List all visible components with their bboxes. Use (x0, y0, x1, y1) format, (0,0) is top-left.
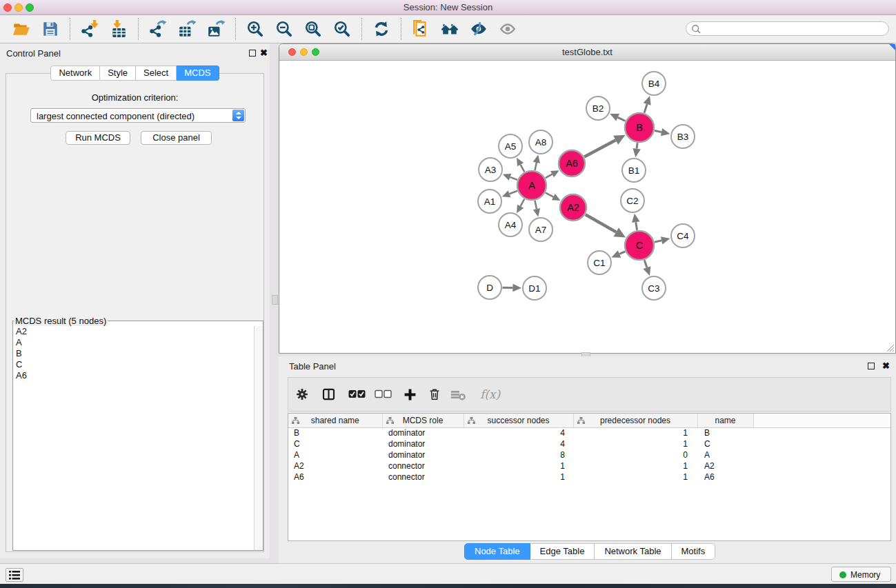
graph-edge[interactable] (644, 104, 647, 113)
table-cell[interactable]: A2 (288, 460, 382, 472)
select-all-columns-button[interactable] (348, 385, 366, 403)
float-table-panel-icon[interactable] (868, 363, 875, 369)
table-cell[interactable]: C (697, 438, 753, 449)
function-builder-button[interactable]: f(x) (480, 387, 500, 401)
table-cell[interactable]: 1 (573, 460, 697, 472)
table-cell[interactable]: 8 (464, 449, 573, 460)
graph-edge[interactable] (546, 174, 552, 178)
tab-node-table[interactable]: Node Table (464, 543, 530, 560)
delete-table-button[interactable] (450, 385, 466, 403)
graph-edge[interactable] (521, 199, 525, 206)
criterion-select[interactable]: largest connected component (directed) (30, 108, 246, 123)
graph-edge[interactable] (510, 177, 517, 180)
table-cell[interactable]: 1 (464, 460, 573, 472)
table-row[interactable]: A6connector11A6 (288, 472, 890, 483)
table-cell[interactable]: B (288, 427, 382, 438)
tab-motifs[interactable]: Motifs (672, 543, 716, 560)
graph-edge[interactable] (619, 252, 625, 254)
memory-button[interactable]: Memory (831, 567, 891, 582)
create-column-button[interactable] (404, 385, 417, 403)
table-settings-button[interactable] (295, 385, 309, 403)
deselect-all-columns-button[interactable] (375, 385, 392, 403)
resize-grip-icon[interactable] (886, 343, 895, 352)
result-scrollbar[interactable] (254, 326, 263, 550)
zoom-selected-button[interactable] (333, 20, 351, 38)
zoom-out-button[interactable] (275, 20, 293, 38)
table-cell[interactable]: A2 (697, 460, 753, 472)
table-cell[interactable]: dominator (382, 449, 464, 460)
graph-edge[interactable] (510, 191, 517, 194)
result-item[interactable]: B (13, 348, 254, 359)
network-canvas[interactable]: B4B2BB3A5A8A6A3B1AA1C2A2A4A7CC4C1C3DD1 (279, 61, 895, 353)
select-stepper-icon[interactable] (232, 110, 244, 121)
table-cell[interactable]: 1 (573, 427, 697, 438)
table-cell[interactable]: 1 (573, 438, 697, 449)
table-cell[interactable]: 4 (464, 438, 573, 449)
column-header-successor-nodes[interactable]: successor nodes (464, 414, 573, 427)
table-row[interactable]: A2connector11A2 (288, 460, 890, 472)
graph-edge[interactable] (636, 222, 637, 230)
table-cell[interactable]: connector (382, 472, 464, 483)
table-cell[interactable]: A (697, 449, 753, 460)
delete-column-button[interactable] (428, 385, 441, 403)
table-cell[interactable]: 1 (464, 472, 573, 483)
table-cell[interactable]: A6 (288, 472, 382, 483)
copy-network-button[interactable] (412, 20, 430, 38)
graph-edge[interactable] (584, 140, 616, 156)
split-view-button[interactable] (321, 385, 336, 403)
zoom-in-button[interactable] (246, 20, 264, 38)
table-cell[interactable]: dominator (382, 438, 464, 449)
column-header-shared-name[interactable]: shared name (288, 414, 382, 427)
column-header-predecessor-nodes[interactable]: predecessor nodes (573, 414, 697, 427)
show-all-networks-button[interactable] (441, 20, 459, 38)
save-session-button[interactable] (41, 20, 59, 38)
search-input[interactable] (704, 23, 884, 34)
export-table-button[interactable] (178, 20, 196, 38)
import-table-button[interactable] (110, 20, 128, 38)
graph-edge[interactable] (655, 131, 661, 132)
run-mcds-button[interactable]: Run MCDS (66, 131, 130, 145)
graph-edge[interactable] (535, 163, 537, 170)
graph-edge[interactable] (535, 201, 536, 209)
show-eye-button[interactable] (499, 20, 517, 38)
graph-edge[interactable] (521, 165, 525, 172)
graph-edge[interactable] (618, 117, 626, 121)
hide-unselected-button[interactable] (470, 20, 488, 38)
table-cell[interactable]: A6 (697, 472, 753, 483)
graph-edge[interactable] (644, 260, 647, 267)
tab-select[interactable]: Select (136, 65, 177, 81)
export-network-button[interactable] (149, 20, 167, 38)
close-panel-icon[interactable]: ✖ (260, 48, 268, 58)
graph-edge[interactable] (546, 193, 553, 197)
graph-edge[interactable] (637, 143, 637, 148)
table-cell[interactable]: 4 (464, 427, 573, 438)
result-item[interactable]: A (13, 337, 254, 348)
close-panel-button[interactable]: Close panel (141, 131, 212, 145)
zoom-fit-button[interactable] (304, 20, 322, 38)
table-row[interactable]: Bdominator41B (288, 427, 890, 438)
result-item[interactable]: A6 (13, 370, 254, 381)
export-image-button[interactable] (207, 20, 225, 38)
table-cell[interactable]: A (288, 449, 382, 460)
graph-edge[interactable] (586, 214, 616, 232)
tab-style[interactable]: Style (100, 65, 136, 81)
table-cell[interactable]: 0 (573, 449, 697, 460)
float-panel-icon[interactable] (249, 50, 256, 57)
refresh-layout-button[interactable] (372, 20, 390, 38)
result-item[interactable]: C (13, 359, 254, 370)
table-cell[interactable]: 1 (573, 472, 697, 483)
vertical-divider-handle[interactable] (272, 295, 278, 305)
graph-edge[interactable] (655, 241, 661, 242)
tab-network-table[interactable]: Network Table (595, 543, 671, 560)
table-cell[interactable]: B (697, 427, 753, 438)
tab-edge-table[interactable]: Edge Table (530, 543, 595, 560)
tab-network[interactable]: Network (50, 65, 100, 81)
table-cell[interactable]: connector (382, 460, 464, 472)
column-header-MCDS-role[interactable]: MCDS role (382, 414, 464, 427)
result-item[interactable]: A2 (13, 326, 254, 337)
tab-mcds[interactable]: MCDS (177, 65, 219, 81)
open-file-button[interactable] (12, 20, 30, 38)
network-graph[interactable]: B4B2BB3A5A8A6A3B1AA1C2A2A4A7CC4C1C3DD1 (279, 61, 895, 353)
table-cell[interactable]: C (288, 438, 382, 449)
table-cell[interactable]: dominator (382, 427, 464, 438)
